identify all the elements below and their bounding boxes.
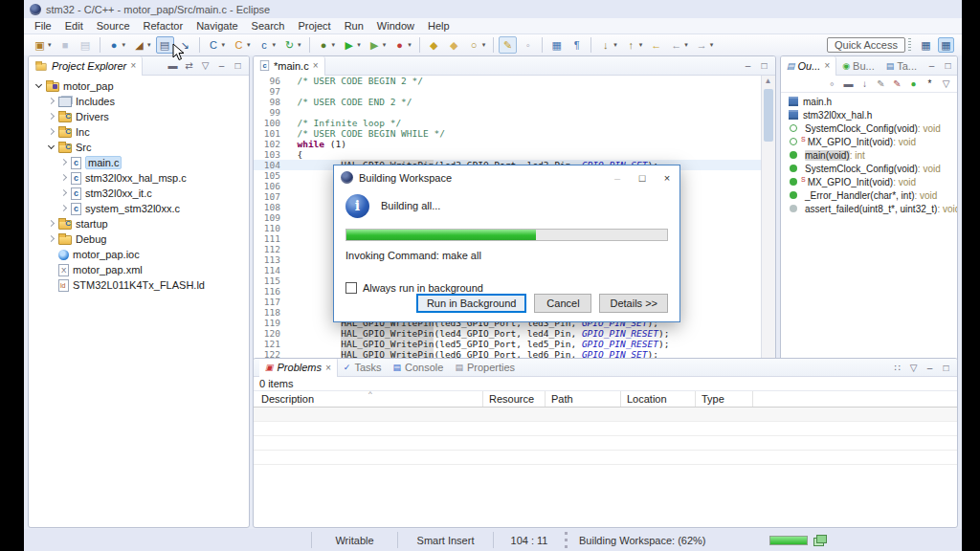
toggle-source-icon[interactable]: ▦ <box>547 36 566 54</box>
menu-help[interactable]: Help <box>421 19 457 33</box>
sort-icon[interactable]: ↓ <box>858 78 872 89</box>
code-line[interactable]: 97 <box>254 86 761 97</box>
maximize-icon[interactable]: □ <box>941 60 955 71</box>
minimize-icon[interactable]: – <box>741 60 755 71</box>
tree-item-debug[interactable]: Debug <box>29 231 249 247</box>
open-project-icon[interactable]: ◆ <box>425 36 443 54</box>
launch-icon[interactable]: ●▾ <box>105 36 129 54</box>
code-line[interactable]: 100 /* Infinite loop */ <box>254 118 761 128</box>
column-header-type[interactable]: Type <box>696 391 753 407</box>
minimize-icon[interactable]: – <box>214 60 229 71</box>
menu-edit[interactable]: Edit <box>58 19 90 33</box>
menu-project[interactable]: Project <box>291 19 337 33</box>
dropdown-arrow-icon[interactable]: ▾ <box>273 41 277 49</box>
new-wizard-icon[interactable]: ▣▾ <box>31 36 55 54</box>
collapse-all-icon[interactable]: ▬ <box>166 60 180 71</box>
dropdown-arrow-icon[interactable]: ▾ <box>332 41 336 49</box>
dropdown-arrow-icon[interactable]: ▾ <box>357 41 361 49</box>
menu-window[interactable]: Window <box>370 19 421 33</box>
view-menu-icon[interactable]: ▽ <box>939 78 953 89</box>
column-header-path[interactable]: Path <box>546 391 621 407</box>
dropdown-arrow-icon[interactable]: ▾ <box>613 41 617 49</box>
details-button[interactable]: Details >> <box>599 294 668 313</box>
maximize-icon[interactable]: □ <box>757 60 771 71</box>
open-folder-icon[interactable]: ◆ <box>445 36 463 54</box>
cpp-perspective-icon[interactable]: ▦ <box>938 37 954 53</box>
tree-item-src[interactable]: Src <box>29 140 249 155</box>
tree-closed-icon[interactable] <box>57 171 71 185</box>
tab-console[interactable]: ▤Console <box>388 358 450 377</box>
tab-properties[interactable]: ▤Properties <box>449 358 521 377</box>
link-with-editor-icon[interactable]: ⇄ <box>182 60 196 71</box>
dropdown-arrow-icon[interactable]: ▾ <box>684 41 688 49</box>
dropdown-arrow-icon[interactable]: ▾ <box>710 41 714 49</box>
outline-item-main-h[interactable]: main.h <box>781 95 957 108</box>
menu-run[interactable]: Run <box>338 19 370 33</box>
tree-item-main-c[interactable]: main.c <box>29 155 249 170</box>
tree-open-icon[interactable] <box>33 79 46 93</box>
external-tools-icon[interactable]: ▶▾ <box>366 36 390 54</box>
new-c-project-icon[interactable]: C▾ <box>205 36 229 54</box>
dropdown-arrow-icon[interactable]: ▾ <box>482 41 486 49</box>
code-line[interactable]: 102 while (1) <box>254 139 761 149</box>
tree-closed-icon[interactable] <box>45 110 58 123</box>
dropdown-arrow-icon[interactable]: ▾ <box>147 41 151 49</box>
scrollbar-thumb[interactable] <box>764 89 773 142</box>
make-target-icon[interactable]: ↻▾ <box>280 36 304 54</box>
outline-item-systemclock-config-void[interactable]: SystemClock_Config(void) : void <box>781 162 957 175</box>
outline-item-systemclock-config-void[interactable]: SystemClock_Config(void) : void <box>781 121 957 135</box>
scroll-up-icon[interactable]: ▲ <box>762 77 774 85</box>
mark-occurrences-icon[interactable]: ✎ <box>499 36 517 54</box>
cancel-button[interactable]: Cancel <box>534 294 591 313</box>
close-icon[interactable]: × <box>325 363 331 373</box>
column-header-location[interactable]: Location <box>621 391 696 407</box>
code-line[interactable]: 96 /* USER CODE BEGIN 2 */ <box>254 76 761 86</box>
tree-closed-icon[interactable] <box>45 95 58 108</box>
dialog-maximize-icon[interactable]: □ <box>630 172 655 184</box>
code-line[interactable]: 101 /* USER CODE BEGIN WHILE */ <box>254 128 761 139</box>
tab-ou[interactable]: ▤Ou...× <box>781 56 836 76</box>
collapse-all-icon[interactable]: ▬ <box>841 78 856 89</box>
outline-item-assert-failed-uint8-t-uint32-t[interactable]: assert_failed(uint8_t*, uint32_t) : void <box>781 202 957 215</box>
tab-bu[interactable]: ◉Bu... <box>836 56 880 76</box>
hide-non-public-icon[interactable]: ● <box>906 78 921 89</box>
tree-item-stm32l0xx-hal-msp-c[interactable]: stm32l0xx_hal_msp.c <box>29 170 249 186</box>
code-line[interactable]: 103 { <box>254 149 761 160</box>
dropdown-arrow-icon[interactable]: ▾ <box>298 41 301 49</box>
tree-item-motor-pap-xml[interactable]: motor_pap.xml <box>29 262 249 277</box>
terminate-icon[interactable]: ●▾ <box>390 36 414 54</box>
outline-item-mx-gpio-init-void[interactable]: SMX_GPIO_Init(void) : void <box>781 175 957 188</box>
view-menu-icon[interactable]: ▽ <box>906 363 921 373</box>
progress-view-icon[interactable] <box>813 535 826 545</box>
dropdown-arrow-icon[interactable]: ▾ <box>247 41 251 49</box>
tab-ta[interactable]: ▤Ta... <box>880 56 923 76</box>
filter-icon[interactable]: * <box>923 78 937 89</box>
tree-item-stm32l011k4tx-flash-ld[interactable]: STM32L011K4Tx_FLASH.ld <box>29 277 249 293</box>
code-line[interactable]: 98 /* USER CODE END 2 */ <box>254 97 761 107</box>
close-icon[interactable]: × <box>130 60 136 71</box>
hide-static-icon[interactable]: ✎ <box>890 78 904 89</box>
tree-closed-icon[interactable] <box>57 187 71 200</box>
new-c-file-icon[interactable]: c▾ <box>256 36 279 54</box>
run-icon[interactable]: ▶▾ <box>340 36 364 54</box>
tree-item-startup[interactable]: startup <box>29 216 249 231</box>
tree-item-motor-pap[interactable]: motor_pap <box>29 78 249 94</box>
dropdown-arrow-icon[interactable]: ▾ <box>383 41 387 49</box>
column-header-description[interactable]: Description <box>254 391 483 407</box>
menu-source[interactable]: Source <box>90 19 137 33</box>
close-icon[interactable]: × <box>824 60 830 71</box>
hide-fields-icon[interactable]: ✎ <box>874 78 888 89</box>
dropdown-arrow-icon[interactable]: ▾ <box>639 41 643 49</box>
menu-refactor[interactable]: Refactor <box>137 19 190 33</box>
dropdown-arrow-icon[interactable]: ▾ <box>222 41 226 49</box>
debug-icon[interactable]: ●▾ <box>315 36 339 54</box>
show-whitespace-icon[interactable]: ¶ <box>568 36 586 54</box>
dropdown-arrow-icon[interactable]: ▾ <box>48 41 52 49</box>
dialog-title-bar[interactable]: Building Workspace – □ × <box>334 165 679 189</box>
minimize-icon[interactable]: – <box>924 60 939 71</box>
tree-closed-icon[interactable] <box>45 125 58 139</box>
view-menu-icon[interactable]: ▽ <box>198 60 212 71</box>
vertical-scrollbar[interactable]: ▲ ▼ <box>761 76 775 398</box>
minimize-icon[interactable]: – <box>923 363 937 373</box>
tab-problems[interactable]: ▣Problems× <box>259 358 338 377</box>
